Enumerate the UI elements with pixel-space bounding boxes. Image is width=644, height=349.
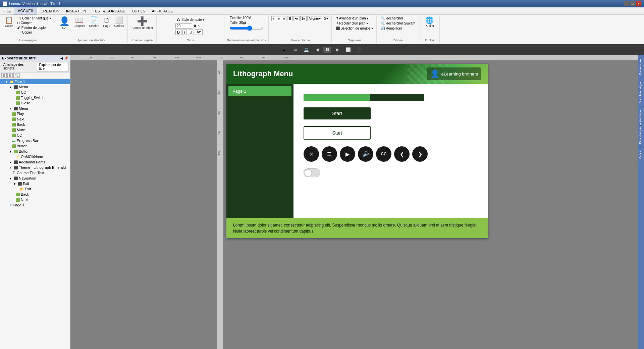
device-tablet-portrait[interactable]: ▭ [291,47,299,53]
menu-item-file[interactable]: FILE [0,7,14,14]
device-wide-1[interactable]: ⬜ [344,47,353,53]
canvas-btn-start-dark[interactable]: Start [304,107,371,119]
menu-item-outils[interactable]: OUTILS [128,7,149,14]
align-justify[interactable]: ☰ [287,16,293,21]
tree-item-next2[interactable]: 🟩 Next [0,197,70,202]
ribbon-btn-peintre[interactable]: 🖌 Peintre de copie [16,26,53,30]
canvas-area[interactable]: 100 200 300 400 500 600 700 800 900 1000… [70,55,638,349]
tree-item-play[interactable]: 🟩 Play [0,111,70,116]
ribbon-btn-ua[interactable]: 👤 UA [58,16,71,30]
special-char-btn[interactable]: S▾ [323,16,329,21]
menu-item-accueil[interactable]: ACCUEIL [14,7,37,14]
ribbon-btn-couper[interactable]: ✂ Couper [16,21,53,25]
list-ol[interactable]: 1≡ [300,16,307,21]
canvas-page-item[interactable]: Page 1 [228,86,291,96]
tree-item-navigation[interactable]: ▾ ⬛ Navigation [0,176,70,181]
tree-item-mute[interactable]: 🟩 Mute [0,127,70,133]
nav-btn-menu[interactable]: ☰ [322,146,337,162]
nav-btn-mute[interactable]: 🔊 [358,146,373,162]
ribbon-btn-copier[interactable]: 📄 Copier [16,30,53,35]
side-tab-outils[interactable]: Outils [638,147,644,162]
tree-item-titre1[interactable]: ▾ 📁 Titre 1 [0,79,70,84]
minimize-btn[interactable]: — [624,1,629,6]
ribbon-btn-publier[interactable]: 🌐 Publier [423,16,435,28]
tree-item-onmclknone[interactable]: ⚡ OnMClkNone [0,154,70,159]
canvas-nav-row: ✕ ☰ ▶ 🔊 CC ❮ ❯ [304,146,478,162]
ribbon-btn-page[interactable]: 🗋 Page [102,16,112,28]
text-color-btn[interactable]: A▾ [195,29,203,35]
device-tablet[interactable]: 💻 [302,47,311,53]
nav-next[interactable]: ▶ [334,47,341,53]
explorer-collapse-btn[interactable]: ◀ [60,56,63,60]
tree-item-exit-group[interactable]: ▾ ⬛ Exit [0,181,70,186]
nav-prev[interactable]: ◀ [314,47,321,53]
menu-item-insertion[interactable]: INSERTION [63,7,90,14]
maximize-btn[interactable]: □ [630,1,635,6]
ribbon-btn-style-texte[interactable]: A Style de texte ▾ [175,16,206,23]
canvas-toggle-switch[interactable] [304,168,320,177]
tree-item-exit-obj[interactable]: 📂 Exit [0,186,70,192]
align-center[interactable]: ≡ [277,16,281,21]
tab-affichage-signets[interactable]: Affichage des signets [1,62,36,71]
tree-search[interactable]: 🔍 [13,73,20,78]
tab-explorateur-titre[interactable]: Explorateur de titre [37,62,69,71]
device-desktop[interactable]: 🖥 [323,47,331,53]
side-tab-ressources[interactable]: Ressources [638,55,644,78]
ribbon-btn-selection-groupe[interactable]: ⬛ Sélection de groupe ▾ [334,26,375,31]
nav-btn-next[interactable]: ❯ [412,146,428,162]
text-size-slider[interactable] [230,26,263,31]
canvas-toggle-container[interactable] [304,168,478,177]
device-phone[interactable]: 📱 [280,47,289,53]
tree-item-cc1[interactable]: 🟩 CC [0,90,70,95]
tree-item-course-title-text[interactable]: T Course Title Text [0,170,70,176]
close-btn[interactable]: ✕ [636,1,641,6]
nav-btn-cc[interactable]: CC [376,146,391,162]
side-tab-bibliotheque-stockage[interactable]: Bibliothèque de stockage [638,106,644,147]
tree-item-toggle[interactable]: 🟩 Toggle_Switch [0,95,70,100]
nav-btn-close[interactable]: ✕ [304,146,319,162]
font-size-input[interactable] [175,23,192,29]
underline-btn[interactable]: U [188,30,194,35]
tree-item-page1[interactable]: 🗋 Page 1 [0,202,70,208]
tree-item-button1[interactable]: 🟩 Button [0,143,70,149]
explorer-pin-btn[interactable]: 📌 [64,56,68,60]
tree-item-cc2[interactable]: 🟩 CC [0,133,70,138]
tree-item-theme-lithograph[interactable]: ▸ ⬛ Theme - Lithograph Emerald [0,165,70,170]
nav-btn-back[interactable]: ❮ [394,146,410,162]
ribbon-btn-coller[interactable]: 📋 Coller [3,16,14,28]
tree-item-progress-bar[interactable]: ▬ Progress Bar [0,138,70,143]
ribbon-btn-ajouter-objet[interactable]: ➕ Ajouter un objet [130,16,154,30]
ribbon-btn-rechercher[interactable]: 🔍 Rechercher [379,16,404,20]
ribbon-btn-coller-tant-que[interactable]: 📋 Coller en tant que ▾ [16,16,53,20]
menu-item-test[interactable]: TEST & SONDAGE [90,7,128,14]
ribbon-btn-section[interactable]: 📄 Section [88,16,101,28]
tree-item-back2[interactable]: 🟩 Back [0,192,70,197]
list-ul[interactable]: •≡ [293,16,299,21]
align-right[interactable]: ≡ [282,16,286,21]
tree-item-additional-fonts[interactable]: ▸ ⬛ Additional Fonts [0,159,70,165]
ribbon-btn-chapitre[interactable]: 📖 Chapitre [72,16,87,28]
tree-item-button2[interactable]: ▾ 🟩 Button [0,149,70,154]
ribbon-btn-remplacer[interactable]: 🔄 Remplacer [379,26,403,31]
device-wide-2[interactable]: ⬛ [356,47,365,53]
tree-collapse-all[interactable]: ⊟ [7,73,13,78]
ribbon-btn-cadres[interactable]: ⬜ Cadres [113,16,125,28]
bold-btn[interactable]: B [175,30,181,35]
tree-item-back1[interactable]: 🟩 Back [0,122,70,127]
side-tab-ma-bibliotheque[interactable]: Ma bibliothèque [638,78,644,107]
tree-item-close[interactable]: 🟩 Close [0,100,70,106]
ribbon-btn-reculer[interactable]: ⬇ Reculer d'un plan ▾ [334,21,369,26]
menu-item-affichage[interactable]: AFFICHAGE [149,7,176,14]
ribbon-btn-avancer[interactable]: ⬆ Avancer d'un plan ▾ [334,16,370,20]
tree-expand-all[interactable]: ⊞ [1,73,7,78]
aligner-btn[interactable]: Aligner▾ [307,16,322,21]
align-left[interactable]: ≡ [271,16,276,21]
canvas-btn-start-light[interactable]: Start [304,126,371,140]
nav-btn-play[interactable]: ▶ [340,146,355,162]
tree-item-next1[interactable]: 🟩 Next [0,116,70,122]
menu-item-creation[interactable]: CRÉATION [37,7,63,14]
italic-btn[interactable]: I [182,30,187,35]
tree-item-menu2[interactable]: ▸ ⬛ Menu [0,106,70,111]
tree-item-menu1[interactable]: ▾ ⬛ Menu [0,84,70,90]
ribbon-btn-rechercher-suivant[interactable]: 🔍 Rechercher Suivant [379,21,417,26]
